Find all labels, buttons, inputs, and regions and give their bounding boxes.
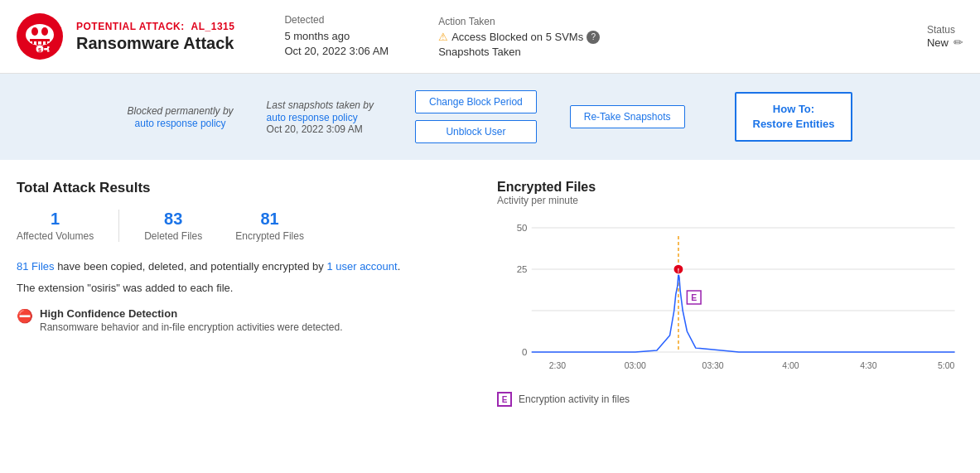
detected-label: Detected	[284, 14, 389, 26]
affected-volumes-label: Affected Volumes	[17, 230, 94, 242]
svg-rect-13	[47, 51, 50, 52]
warning-icon: ⚠	[438, 31, 448, 43]
svg-text:0: 0	[522, 347, 527, 357]
right-panel: Encrypted Files Activity per minute 50 2…	[497, 180, 963, 407]
chart-legend: E Encryption activity in files	[497, 392, 963, 407]
chart-title: Encrypted Files	[497, 180, 963, 195]
attack-name: Ransomware Attack	[76, 34, 234, 53]
snapshots-label: Last snapshots taken by	[267, 99, 374, 111]
user-account-link[interactable]: 1 user account	[326, 260, 397, 273]
svg-text:5:00: 5:00	[938, 361, 955, 370]
svg-text:4:00: 4:00	[782, 361, 799, 370]
banner-left-buttons: Change Block Period Unblock User	[415, 90, 537, 143]
access-blocked: ⚠ Access Blocked on 5 SVMs ?	[438, 31, 600, 44]
svg-point-2	[31, 27, 38, 36]
blocked-link[interactable]: auto response policy	[135, 118, 226, 129]
detected-date: Oct 20, 2022 3:06 AM	[284, 44, 389, 59]
error-icon: ⛔	[17, 308, 33, 324]
encrypted-files-stat: 81 Encrypted Files	[219, 210, 321, 242]
high-confidence-text: High Confidence Detection Ransomware beh…	[40, 307, 343, 333]
unblock-user-button[interactable]: Unblock User	[415, 120, 537, 143]
how-to-label: How To:	[753, 102, 835, 117]
status-value: New ✏	[927, 36, 963, 49]
ransomware-icon: $	[17, 13, 63, 60]
svg-point-3	[41, 27, 48, 36]
banner: Blocked permanently by auto response pol…	[0, 74, 980, 160]
files-link[interactable]: 81 Files	[17, 260, 55, 273]
deleted-files-label: Deleted Files	[144, 230, 202, 242]
potential-attack-label: POTENTIAL ATTACK: AL_1315	[76, 21, 234, 32]
chart-subtitle: Activity per minute	[497, 195, 963, 206]
extension-note: The extension "osiris" was added to each…	[17, 282, 480, 294]
action-taken-section: Action Taken ⚠ Access Blocked on 5 SVMs …	[438, 16, 600, 58]
svg-text:50: 50	[517, 223, 528, 233]
retake-snapshots-button[interactable]: Re-Take Snapshots	[570, 105, 685, 128]
svg-rect-12	[47, 46, 50, 48]
svg-text:2:30: 2:30	[549, 361, 567, 370]
chart-area: 50 25 0 2:30 03:00 03:30 4:00 4:30 5:00 …	[497, 220, 963, 385]
banner-blocked: Blocked permanently by auto response pol…	[128, 105, 234, 129]
encrypted-files-count: 81	[235, 210, 304, 229]
detected-time: 5 months ago	[284, 29, 389, 44]
svg-point-1	[26, 24, 54, 46]
svg-text:$: $	[38, 47, 41, 54]
restore-entities-label: Restore Entities	[753, 117, 835, 132]
edit-icon[interactable]: ✏	[953, 36, 963, 49]
blocked-label: Blocked permanently by	[128, 105, 234, 117]
banner-right-buttons: Re-Take Snapshots	[570, 105, 685, 128]
snapshots-date: Oct 20, 2022 3:09 AM	[267, 123, 374, 135]
status-section: Status New ✏	[927, 24, 963, 49]
restore-entities-button[interactable]: How To: Restore Entities	[735, 92, 853, 142]
status-label: Status	[927, 24, 963, 36]
svg-text:4:30: 4:30	[860, 361, 877, 370]
legend-label: Encryption activity in files	[519, 393, 630, 405]
banner-snapshots: Last snapshots taken by auto response po…	[267, 99, 374, 135]
encrypted-files-label: Encrypted Files	[235, 230, 304, 242]
high-confidence-title: High Confidence Detection	[40, 307, 343, 320]
svg-text:03:00: 03:00	[625, 361, 646, 370]
detected-section: Detected 5 months ago Oct 20, 2022 3:06 …	[284, 14, 389, 59]
svg-rect-11	[44, 48, 49, 51]
svg-text:03:30: 03:30	[702, 361, 724, 370]
high-confidence-desc: Ransomware behavior and in-file encrypti…	[40, 321, 343, 333]
main-content: Total Attack Results 1 Affected Volumes …	[0, 160, 980, 427]
affected-volumes-stat: 1 Affected Volumes	[17, 210, 110, 242]
chart-svg: 50 25 0 2:30 03:00 03:30 4:00 4:30 5:00 …	[497, 220, 963, 385]
deleted-files-count: 83	[144, 210, 202, 229]
how-to-section: How To: Restore Entities	[735, 92, 853, 142]
total-attack-title: Total Attack Results	[17, 180, 480, 196]
high-confidence-section: ⛔ High Confidence Detection Ransomware b…	[17, 307, 480, 333]
action-taken-label: Action Taken	[438, 16, 600, 27]
help-icon[interactable]: ?	[587, 31, 600, 44]
legend-box: E	[497, 392, 512, 407]
svg-rect-4	[30, 39, 50, 41]
snapshots-taken: Snapshots Taken	[438, 46, 600, 58]
svg-text:!: !	[678, 267, 680, 274]
stats-row: 1 Affected Volumes 83 Deleted Files 81 E…	[17, 210, 480, 242]
description: 81 Files have been copied, deleted, and …	[17, 258, 480, 275]
change-block-period-button[interactable]: Change Block Period	[415, 90, 537, 113]
snapshots-link[interactable]: auto response policy	[267, 112, 358, 123]
svg-text:25: 25	[517, 264, 528, 274]
title-block: POTENTIAL ATTACK: AL_1315 Ransomware Att…	[76, 21, 234, 53]
left-panel: Total Attack Results 1 Affected Volumes …	[17, 180, 480, 407]
stat-divider-1	[118, 210, 119, 242]
deleted-files-stat: 83 Deleted Files	[128, 210, 219, 242]
svg-text:E: E	[691, 293, 697, 302]
header: $ POTENTIAL ATTACK: AL_1315 Ransomware A…	[0, 0, 980, 74]
affected-volumes-count: 1	[17, 210, 94, 229]
